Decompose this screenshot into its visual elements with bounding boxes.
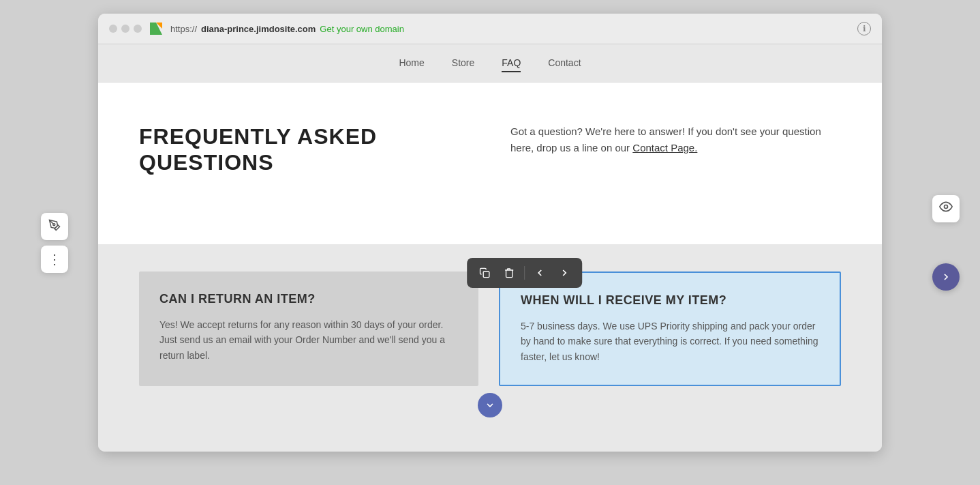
dot-minimize bbox=[121, 25, 129, 33]
more-options-button[interactable]: ⋮ bbox=[41, 246, 68, 273]
faq-card-return-body: Yes! We accept returns for any reason wi… bbox=[159, 317, 458, 363]
page-title: FREQUENTLY ASKED QUESTIONS bbox=[139, 123, 470, 176]
nav-faq[interactable]: FAQ bbox=[502, 55, 521, 72]
pen-icon bbox=[48, 219, 61, 234]
svg-point-4 bbox=[945, 205, 948, 209]
toolbar-copy-button[interactable] bbox=[474, 262, 495, 284]
left-sidebar: ⋮ bbox=[41, 213, 68, 273]
right-sidebar bbox=[932, 195, 960, 291]
toolbar-next-button[interactable] bbox=[553, 262, 575, 284]
faq-card-return[interactable]: CAN I RETURN AN ITEM? Yes! We accept ret… bbox=[139, 271, 478, 386]
faq-card-return-title: CAN I RETURN AN ITEM? bbox=[159, 292, 458, 306]
nav-contact[interactable]: Contact bbox=[548, 55, 581, 72]
toolbar-delete-button[interactable] bbox=[498, 262, 520, 284]
faq-card-shipping-title: WHEN WILL I RECEIVE MY ITEM? bbox=[521, 293, 819, 308]
faq-section: CAN I RETURN AN ITEM? Yes! We accept ret… bbox=[98, 244, 882, 452]
faq-card-shipping[interactable]: WHEN WILL I RECEIVE MY ITEM? 5-7 busines… bbox=[499, 271, 841, 386]
preview-button[interactable] bbox=[932, 195, 960, 222]
browser-window: https://diana-prince.jimdosite.com Get y… bbox=[98, 14, 882, 452]
faq-cards: CAN I RETURN AN ITEM? Yes! We accept ret… bbox=[139, 271, 841, 386]
eye-icon bbox=[939, 200, 953, 217]
dot-maximize bbox=[134, 25, 142, 33]
faq-card-shipping-body: 5-7 business days. We use UPS Priority s… bbox=[521, 319, 819, 364]
floating-toolbar bbox=[467, 258, 582, 288]
url-prefix: https:// bbox=[170, 24, 197, 34]
ellipsis-icon: ⋮ bbox=[48, 251, 61, 267]
browser-chrome: https://diana-prince.jimdosite.com Get y… bbox=[98, 14, 882, 44]
next-page-button[interactable] bbox=[932, 263, 960, 291]
scroll-indicator bbox=[139, 386, 841, 424]
toolbar-divider bbox=[524, 266, 525, 280]
nav-home[interactable]: Home bbox=[399, 55, 424, 72]
nav-store[interactable]: Store bbox=[452, 55, 474, 72]
nav-items: Home Store FAQ Contact bbox=[399, 55, 581, 72]
url-domain: diana-prince.jimdosite.com bbox=[201, 24, 316, 34]
get-domain-link[interactable]: Get your own domain bbox=[320, 24, 404, 34]
toolbar-prev-button[interactable] bbox=[529, 262, 551, 284]
contact-page-link[interactable]: Contact Page. bbox=[632, 142, 697, 153]
site-navigation: Home Store FAQ Contact bbox=[98, 44, 882, 83]
info-icon[interactable]: ℹ bbox=[857, 22, 871, 35]
dot-close bbox=[109, 25, 117, 33]
site-content: FREQUENTLY ASKED QUESTIONS Got a questio… bbox=[98, 83, 882, 244]
hero-description: Got a question? We're here to answer! If… bbox=[510, 123, 841, 156]
browser-logo bbox=[150, 23, 162, 35]
browser-dots bbox=[109, 25, 142, 33]
scroll-down-button[interactable] bbox=[478, 393, 502, 417]
address-bar[interactable]: https://diana-prince.jimdosite.com Get y… bbox=[170, 24, 849, 34]
svg-rect-3 bbox=[483, 271, 489, 278]
hero-section: FREQUENTLY ASKED QUESTIONS Got a questio… bbox=[139, 123, 841, 176]
pen-tool-button[interactable] bbox=[41, 213, 68, 240]
svg-point-0 bbox=[53, 223, 55, 225]
